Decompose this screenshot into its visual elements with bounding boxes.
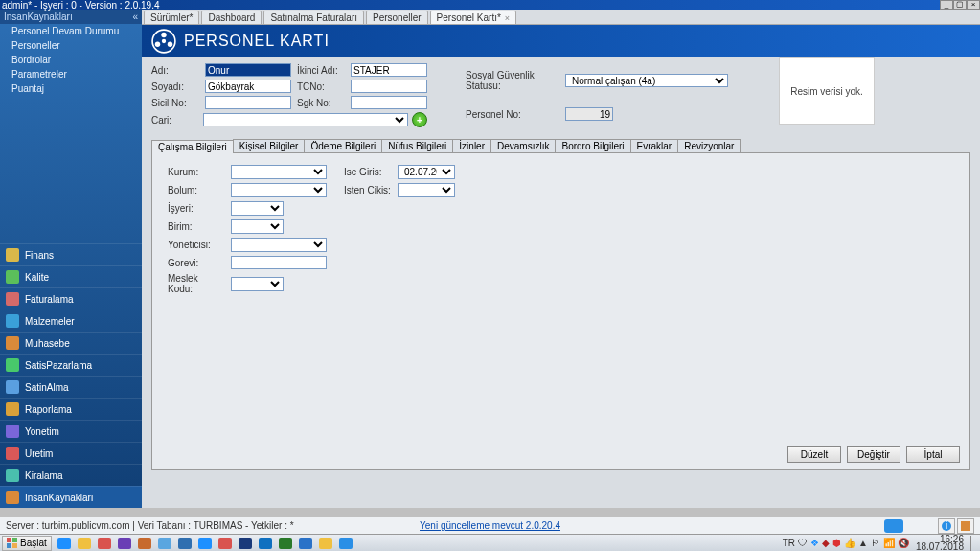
tab-srmler[interactable]: Sürümler* [144, 11, 199, 24]
module-icon [6, 292, 19, 306]
update-link[interactable]: Yeni güncelleme mevcut 2.0.20.4 [420, 520, 560, 531]
sidebar-header[interactable]: İnsanKaynakları « [0, 10, 142, 24]
tray-icon[interactable]: 👍 [844, 538, 855, 548]
detail-tab[interactable]: Evraklar [630, 139, 679, 152]
svg-rect-5 [6, 358, 19, 372]
module-raporlama[interactable]: Raporlama [0, 398, 142, 420]
tray-icon[interactable]: 📶 [883, 538, 895, 548]
kurum-select[interactable] [231, 165, 327, 179]
tray-icon[interactable]: 🔇 [898, 538, 909, 548]
tray-icon[interactable]: ◆ [822, 538, 830, 548]
isten-cikis-date[interactable] [398, 183, 455, 197]
detail-tab[interactable]: Bordro Bilgileri [555, 139, 630, 152]
isyeri-select[interactable] [231, 201, 284, 216]
module-kalite[interactable]: Kalite [0, 265, 142, 287]
iptal-button[interactable]: İptal [906, 446, 960, 463]
module-satinalma[interactable]: SatinAlma [0, 376, 142, 398]
taskbar-app-icon[interactable] [337, 536, 354, 551]
adi-input[interactable] [205, 63, 291, 77]
taskbar-app-icon[interactable] [277, 536, 294, 551]
taskbar-app-icon[interactable] [156, 536, 173, 551]
sgk-input[interactable] [351, 96, 427, 109]
module-insankaynaklari[interactable]: InsanKaynaklari [0, 486, 142, 508]
ikinci-adi-input[interactable] [351, 63, 427, 77]
cari-select[interactable] [203, 113, 408, 126]
taskbar-app-icon[interactable] [56, 536, 73, 551]
sidebar-item[interactable]: Bordrolar [0, 53, 142, 67]
taskbar-app-icon[interactable] [76, 536, 93, 551]
module-malzemeler[interactable]: Malzemeler [0, 310, 142, 332]
bolum-select[interactable] [231, 183, 327, 197]
tab-personeller[interactable]: Personeller [366, 11, 428, 24]
svg-rect-4 [6, 336, 19, 350]
tab-satnalmafaturalar[interactable]: Satınalma Faturaları [263, 11, 364, 24]
module-satispazarlama[interactable]: SatisPazarlama [0, 354, 142, 376]
taskbar-app-icon[interactable] [176, 536, 194, 551]
taskbar-app-icon[interactable] [297, 536, 314, 551]
module-uretim[interactable]: Uretim [0, 442, 142, 464]
module-yonetim[interactable]: Yonetim [0, 420, 142, 442]
close-icon[interactable]: × [505, 13, 510, 23]
birim-select[interactable] [231, 219, 284, 234]
chat-icon[interactable] [884, 519, 903, 533]
module-finans[interactable]: Finans [0, 243, 142, 265]
page-banner: PERSONEL KARTI [142, 25, 980, 57]
sidebar-item[interactable]: Personel Devam Durumu [0, 24, 142, 38]
status-bar: Server : turbim.publicvm.com | Veri Taba… [0, 517, 980, 534]
module-faturalama[interactable]: Faturalama [0, 287, 142, 310]
taskbar-clock[interactable]: 16:26 18.07.2018 [912, 536, 968, 551]
detail-tab[interactable]: İzinler [452, 139, 491, 152]
svg-rect-21 [12, 538, 17, 542]
svg-point-14 [155, 42, 160, 47]
lang-indicator[interactable]: TR [783, 538, 795, 548]
taskbar-app-icon[interactable] [136, 536, 153, 551]
add-cari-button[interactable]: + [412, 112, 427, 127]
tab-dashboard[interactable]: Dashboard [201, 11, 262, 24]
sidebar-item[interactable]: Personeller [0, 38, 142, 53]
tab-personelkart[interactable]: Personel Kartı*× [430, 11, 517, 24]
collapse-icon[interactable]: « [132, 11, 138, 22]
gorevi-input[interactable] [231, 256, 327, 269]
module-muhasebe[interactable]: Muhasebe [0, 332, 142, 354]
sicil-input[interactable] [205, 96, 291, 109]
ise-giris-date[interactable]: 02.07.2018 [398, 165, 455, 179]
soyadi-input[interactable] [205, 80, 291, 93]
minimize-button[interactable]: _ [940, 0, 953, 10]
close-button[interactable]: × [967, 0, 980, 10]
detail-tab[interactable]: Devamsızlık [490, 139, 556, 152]
start-button[interactable]: Başlat [2, 536, 52, 551]
meslek-select[interactable] [231, 277, 284, 291]
tray-icon[interactable]: ⬢ [832, 538, 841, 548]
taskbar-app-icon[interactable] [237, 536, 254, 551]
sgs-select[interactable]: Normal çalışan (4a) [565, 74, 728, 87]
svg-rect-37 [319, 538, 332, 549]
taskbar-app-icon[interactable] [96, 536, 113, 551]
detail-tab[interactable]: Nüfus Bilgileri [381, 139, 453, 152]
sidebar-item[interactable]: Puantaj [0, 81, 142, 96]
detail-tab[interactable]: Ödeme Bilgileri [304, 139, 382, 152]
info-icon[interactable]: i [938, 518, 955, 534]
maximize-button[interactable]: ▢ [953, 0, 967, 10]
window-titlebar: admin* - İşyeri : 0 - Version : 2.0.19.4… [0, 0, 980, 10]
show-desktop[interactable] [970, 536, 978, 551]
exit-icon[interactable] [957, 518, 974, 534]
detail-tab[interactable]: Revizyonlar [677, 139, 741, 152]
duzelt-button[interactable]: Düzelt [787, 446, 841, 463]
tcno-input[interactable] [351, 80, 427, 93]
yonetici-select[interactable] [231, 238, 327, 252]
svg-rect-36 [299, 538, 312, 549]
taskbar-app-icon[interactable] [217, 536, 234, 551]
tray-icon[interactable]: ▲ [858, 538, 868, 548]
taskbar-app-icon[interactable] [317, 536, 334, 551]
detail-tab[interactable]: Kişisel Bilgiler [233, 139, 306, 152]
taskbar-app-icon[interactable] [196, 536, 214, 551]
tray-icon[interactable]: 🏳 [871, 538, 880, 548]
degistir-button[interactable]: Değiştir [847, 446, 900, 463]
detail-tab[interactable]: Çalışma Bilgileri [151, 140, 234, 153]
taskbar-app-icon[interactable] [257, 536, 274, 551]
module-kiralama[interactable]: Kiralama [0, 464, 142, 486]
sidebar-item[interactable]: Parametreler [0, 67, 142, 81]
taskbar-app-icon[interactable] [116, 536, 133, 551]
tray-icon[interactable]: 🛡 [798, 538, 808, 548]
tray-icon[interactable]: ❖ [810, 538, 819, 548]
